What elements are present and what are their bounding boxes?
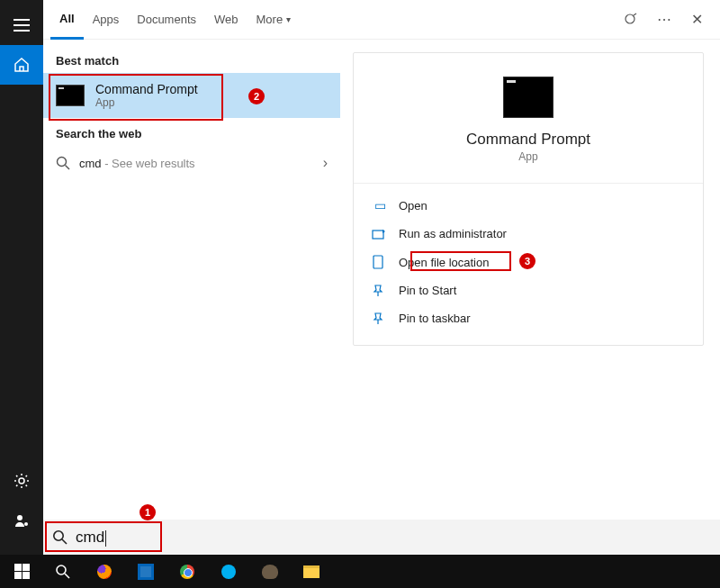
chrome-icon (180, 565, 194, 579)
close-icon: ✕ (691, 11, 703, 28)
open-icon: ▭ (372, 198, 388, 213)
pin-taskbar-icon (372, 312, 388, 325)
folder-location-icon (372, 255, 388, 269)
web-query: cmd (79, 157, 102, 170)
svg-line-5 (66, 166, 70, 170)
taskbar-skype[interactable] (209, 555, 248, 588)
firefox-icon (97, 565, 112, 579)
svg-point-2 (24, 522, 28, 526)
action-pin-taskbar[interactable]: Pin to taskbar (372, 304, 685, 332)
svg-point-4 (58, 158, 67, 167)
home-icon (14, 57, 30, 73)
preview-divider (354, 183, 703, 184)
pin-start-icon (372, 285, 388, 297)
action-open-label: Open (399, 199, 428, 213)
action-run-as-admin-label: Run as administrator (399, 227, 507, 240)
search-columns: Best match Command Prompt App Search the… (43, 40, 720, 520)
best-match-heading: Best match (43, 45, 340, 73)
app-icon (262, 565, 278, 579)
feedback-icon (624, 12, 640, 28)
web-hint: - See web results (102, 157, 195, 170)
taskbar (0, 555, 720, 588)
taskbar-search-button[interactable] (43, 555, 83, 588)
chevron-right-icon: › (323, 155, 328, 171)
taskbar-start-button[interactable] (2, 555, 41, 588)
skype-icon (221, 565, 236, 579)
svg-rect-6 (373, 231, 383, 239)
best-match-result[interactable]: Command Prompt App (43, 73, 340, 118)
results-column: Best match Command Prompt App Search the… (43, 40, 340, 520)
web-result-row[interactable]: cmd - See web results › (43, 146, 340, 180)
web-result-left: cmd - See web results (56, 156, 195, 170)
taskbar-firefox[interactable] (85, 555, 124, 588)
action-open-location-label: Open file location (399, 256, 489, 269)
svg-line-11 (65, 574, 69, 578)
search-box[interactable]: cmd (52, 524, 711, 551)
svg-point-10 (57, 565, 66, 574)
search-box-row: cmd (43, 520, 720, 555)
rail-home-button[interactable] (0, 45, 43, 85)
tab-apps[interactable]: Apps (84, 0, 129, 40)
preview-column: Command Prompt App ▭ Open Run as adminis… (340, 40, 720, 520)
windows-logo-icon (14, 564, 30, 579)
best-match-title: Command Prompt (95, 82, 198, 96)
search-icon (56, 156, 70, 170)
tab-documents[interactable]: Documents (128, 0, 205, 40)
action-open[interactable]: ▭ Open (372, 191, 685, 220)
chevron-down-icon: ▾ (286, 14, 291, 24)
tab-all[interactable]: All (50, 0, 84, 40)
close-button[interactable]: ✕ (680, 4, 713, 36)
outlook-icon (138, 564, 154, 580)
svg-point-1 (17, 515, 22, 520)
svg-line-9 (62, 539, 67, 544)
preview-title: Command Prompt (372, 131, 685, 149)
svg-point-3 (626, 14, 634, 23)
feedback-button[interactable] (616, 4, 648, 36)
start-left-rail (0, 0, 43, 555)
start-search-panel: All Apps Documents Web More ▾ ⋯ ✕ Best m… (43, 0, 720, 520)
best-match-text: Command Prompt App (95, 82, 198, 109)
svg-point-0 (19, 478, 24, 484)
ellipsis-icon: ⋯ (657, 11, 671, 28)
preview-subtitle: App (372, 150, 685, 163)
taskbar-chrome[interactable] (167, 555, 207, 588)
action-pin-start-label: Pin to Start (399, 284, 456, 297)
taskbar-outlook[interactable] (126, 555, 166, 588)
search-icon (55, 564, 71, 580)
search-box-text: cmd (76, 529, 104, 547)
hamburger-icon (14, 19, 30, 32)
tab-more-label: More (256, 13, 284, 26)
rail-account-button[interactable] (0, 501, 43, 540)
admin-shield-icon (372, 228, 388, 240)
action-pin-start[interactable]: Pin to Start (372, 276, 685, 304)
search-icon (52, 529, 68, 546)
best-match-subtitle: App (95, 96, 198, 109)
tab-more[interactable]: More ▾ (248, 0, 301, 40)
taskbar-file-explorer[interactable] (292, 555, 331, 588)
result-preview-card: Command Prompt App ▭ Open Run as adminis… (353, 52, 704, 346)
action-run-as-admin[interactable]: Run as administrator (372, 220, 685, 248)
search-tabs: All Apps Documents Web More ▾ ⋯ ✕ (43, 0, 720, 40)
file-explorer-icon (303, 565, 320, 578)
action-pin-taskbar-label: Pin to taskbar (399, 312, 471, 325)
search-web-heading: Search the web (43, 118, 340, 146)
svg-point-8 (54, 530, 63, 539)
taskbar-app-generic[interactable] (250, 555, 290, 588)
preview-thumbnail-icon (503, 77, 554, 118)
tab-web[interactable]: Web (205, 0, 248, 40)
action-open-location[interactable]: Open file location (372, 248, 685, 276)
person-pin-icon (14, 513, 29, 528)
rail-menu-button[interactable] (0, 5, 43, 45)
options-button[interactable]: ⋯ (648, 4, 680, 36)
svg-rect-7 (374, 256, 382, 268)
gear-icon (14, 473, 30, 489)
cmd-thumbnail-icon (56, 85, 85, 106)
rail-settings-button[interactable] (0, 461, 43, 501)
